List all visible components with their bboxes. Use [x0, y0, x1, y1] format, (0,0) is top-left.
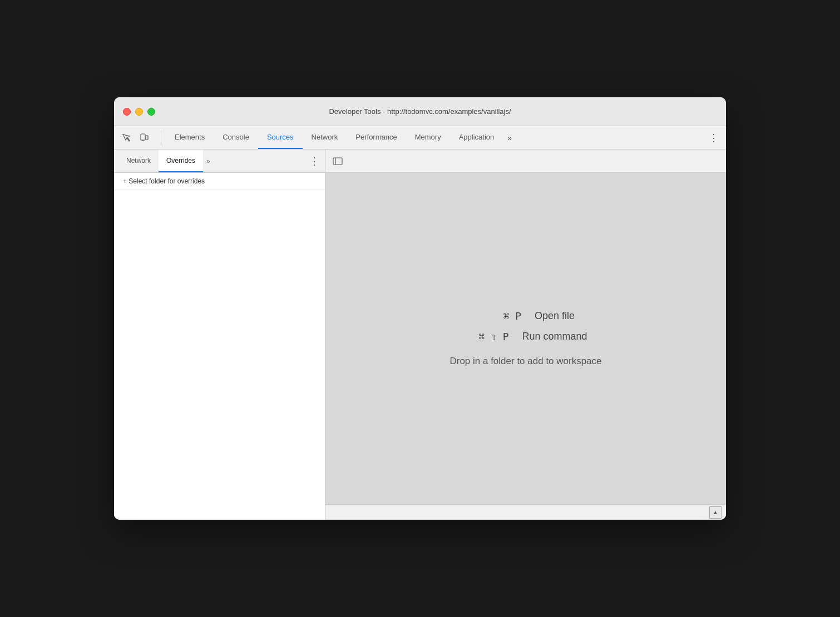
- sidebar-overflow-button[interactable]: »: [203, 150, 214, 172]
- shortcut-open-file: ⌘ P Open file: [477, 310, 575, 322]
- traffic-lights: [123, 108, 155, 116]
- sidebar: Network Overrides » ⋮ + Select folder fo…: [114, 150, 325, 520]
- shortcut-run-command: ⌘ ⇧ P Run command: [464, 331, 587, 342]
- tab-network[interactable]: Network: [303, 126, 347, 149]
- tab-console[interactable]: Console: [214, 126, 258, 149]
- toggle-sidebar-button[interactable]: [330, 153, 345, 169]
- run-command-label: Run command: [522, 331, 587, 342]
- inspect-icon[interactable]: [118, 130, 134, 146]
- svg-rect-3: [333, 158, 342, 165]
- status-bar: ▲: [325, 504, 726, 520]
- select-folder-button[interactable]: + Select folder for overrides: [114, 173, 325, 190]
- tab-divider: [161, 130, 161, 146]
- sidebar-tab-overrides[interactable]: Overrides: [159, 150, 203, 172]
- sidebar-content: + Select folder for overrides: [114, 173, 325, 520]
- open-file-label: Open file: [535, 310, 575, 322]
- devtools-window: Developer Tools - http://todomvc.com/exa…: [114, 97, 726, 520]
- open-file-keys: ⌘ P: [477, 310, 521, 322]
- tab-sources[interactable]: Sources: [258, 126, 303, 149]
- svg-rect-1: [146, 136, 148, 140]
- toolbar-icons: [118, 126, 152, 149]
- right-panel-toolbar: [325, 150, 726, 173]
- close-button[interactable]: [123, 108, 131, 116]
- tab-overflow-button[interactable]: »: [503, 126, 516, 149]
- main-menu-button[interactable]: ⋮: [706, 130, 722, 146]
- tab-memory[interactable]: Memory: [406, 126, 450, 149]
- main-tabs: Elements Console Sources Network Perform…: [166, 126, 503, 149]
- tab-bar: Elements Console Sources Network Perform…: [114, 126, 726, 150]
- sidebar-menu-button[interactable]: ⋮: [304, 150, 325, 172]
- right-panel-main: ⌘ P Open file ⌘ ⇧ P Run command Drop in …: [325, 173, 726, 504]
- run-command-keys: ⌘ ⇧ P: [464, 331, 508, 342]
- tab-performance[interactable]: Performance: [347, 126, 406, 149]
- right-panel: ⌘ P Open file ⌘ ⇧ P Run command Drop in …: [325, 150, 726, 520]
- window-title: Developer Tools - http://todomvc.com/exa…: [329, 107, 511, 116]
- title-bar: Developer Tools - http://todomvc.com/exa…: [114, 97, 726, 126]
- device-icon[interactable]: [136, 130, 152, 146]
- tab-bar-right: ⋮: [696, 126, 726, 149]
- tab-application[interactable]: Application: [450, 126, 503, 149]
- tab-elements[interactable]: Elements: [166, 126, 214, 149]
- status-up-button[interactable]: ▲: [709, 506, 722, 519]
- maximize-button[interactable]: [147, 108, 155, 116]
- drop-folder-text: Drop in a folder to add to workspace: [449, 356, 601, 367]
- sidebar-tab-network[interactable]: Network: [118, 150, 159, 172]
- minimize-button[interactable]: [135, 108, 143, 116]
- sidebar-tabs: Network Overrides » ⋮: [114, 150, 325, 173]
- svg-rect-0: [141, 134, 145, 140]
- main-content: Network Overrides » ⋮ + Select folder fo…: [114, 150, 726, 520]
